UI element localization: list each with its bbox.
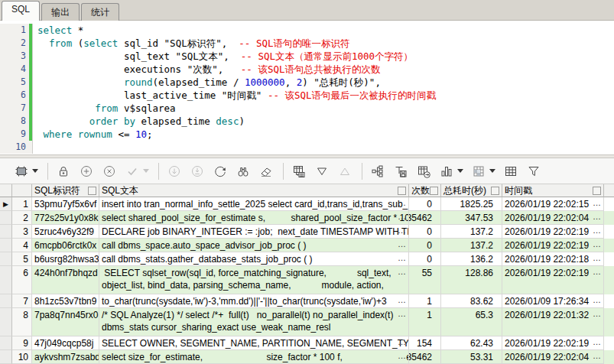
pivot-icon[interactable]: [469, 162, 488, 180]
elapsed-cell[interactable]: 347.53: [441, 211, 502, 225]
row-state-cell[interactable]: [0, 225, 12, 239]
elapsed-cell[interactable]: 1825.25: [441, 197, 502, 211]
save-text-icon[interactable]: [391, 162, 410, 180]
elapsed-cell[interactable]: 65.3: [441, 308, 502, 336]
grid-mode-dropdown-icon[interactable]: [32, 162, 40, 180]
column-options-box[interactable]: [398, 187, 406, 195]
sql-id-cell[interactable]: 7pa8q7nn45rx0: [32, 308, 99, 336]
sort-desc-icon[interactable]: [313, 162, 331, 180]
row-number-cell[interactable]: 6: [12, 266, 32, 294]
chart-dropdown-icon[interactable]: [457, 162, 465, 180]
clear-icon[interactable]: [257, 162, 275, 180]
refresh-icon[interactable]: [211, 162, 229, 180]
sql-text-cell[interactable]: SELECT OWNER, SEGMENT_NAME, PARTITION_NA…: [99, 336, 409, 350]
table-row[interactable]: 78h1zc53v7tbn9to_char(trunc(sysdate,'iw'…: [0, 294, 614, 308]
row-state-cell[interactable]: [0, 336, 12, 350]
row-number-cell[interactable]: 8: [12, 308, 32, 336]
table-row[interactable]: 35zruc4v6y32f9DECLARE job BINARY_INTEGER…: [0, 225, 614, 239]
timestamp-cell[interactable]: 2026/01/19 22:02:15…: [502, 197, 604, 211]
editor-line[interactable]: 8 order by elapsed_time desc): [0, 115, 614, 128]
timestamp-cell[interactable]: 2026/01/19 22:02:19…: [502, 266, 604, 294]
timestamp-cell[interactable]: 2026/01/19 22:02:04…: [502, 211, 604, 225]
row-number-cell[interactable]: 10: [12, 350, 32, 364]
table-row[interactable]: 2772s25v1y0x8kselect shared_pool_size_fo…: [0, 211, 614, 225]
row-number-cell[interactable]: 9: [12, 336, 32, 350]
sql-text-cell[interactable]: DECLARE job BINARY_INTEGER := :job; next…: [99, 225, 409, 239]
expand-timestamp-button[interactable]: …: [593, 294, 602, 305]
delete-record-icon[interactable]: [100, 162, 119, 180]
tab-output[interactable]: 输出: [41, 3, 80, 21]
column-options-box[interactable]: [491, 187, 499, 195]
sql-id-cell[interactable]: b6usrg82hwsa3: [32, 252, 99, 266]
count-cell[interactable]: 1: [409, 294, 441, 308]
add-record-icon[interactable]: [77, 162, 96, 180]
expand-text-button[interactable]: …: [398, 197, 407, 208]
sql-text-cell[interactable]: call dbms_stats.gather_database_stats_jo…: [99, 252, 409, 266]
editor-line[interactable]: 3 sql_text "SQL文本", -- SQL文本（通常显示前1000个字…: [0, 50, 614, 63]
timestamp-cell[interactable]: 2026/01/19 22:02:18…: [502, 252, 604, 266]
table-row[interactable]: 87pa8q7nn45rx0/* SQL Analyze(1) */ selec…: [0, 308, 614, 336]
expand-text-button[interactable]: …: [398, 225, 407, 236]
chart-icon[interactable]: [437, 162, 456, 180]
sql-text-cell[interactable]: to_char(trunc(sysdate,'iw')-3,'mm.dd')||…: [99, 294, 409, 308]
table-row[interactable]: 5b6usrg82hwsa3call dbms_stats.gather_dat…: [0, 252, 614, 266]
expand-text-button[interactable]: …: [398, 211, 407, 222]
record-view-icon[interactable]: [290, 162, 308, 180]
row-state-cell[interactable]: [0, 266, 12, 294]
expand-timestamp-button[interactable]: …: [593, 211, 602, 222]
editor-line[interactable]: 9 where rownum <= 10;: [0, 128, 614, 141]
find-icon[interactable]: [234, 162, 252, 180]
table-row[interactable]: 947j049cqcp58jSELECT OWNER, SEGMENT_NAME…: [0, 336, 614, 350]
row-state-cell[interactable]: [0, 294, 12, 308]
sql-id-cell[interactable]: 47j049cqcp58j: [32, 336, 99, 350]
column-options-box[interactable]: [88, 187, 96, 195]
expand-timestamp-button[interactable]: …: [593, 239, 602, 249]
sql-id-cell[interactable]: 53pmu7yf5x6vf: [32, 197, 99, 211]
post-record-icon[interactable]: [123, 162, 141, 180]
expand-text-button[interactable]: …: [398, 239, 407, 249]
sql-text-cell[interactable]: insert into tran_normal_info_settle_2025…: [99, 197, 409, 211]
count-cell[interactable]: 0: [409, 225, 441, 239]
count-cell[interactable]: 154: [409, 336, 441, 350]
expand-timestamp-button[interactable]: …: [593, 308, 602, 319]
expand-timestamp-button[interactable]: …: [593, 350, 602, 361]
timestamp-cell[interactable]: 2026/01/19 22:02:19…: [502, 225, 604, 239]
elapsed-cell[interactable]: 136.2: [441, 252, 502, 266]
elapsed-cell[interactable]: 128.86: [441, 266, 502, 294]
sql-id-cell[interactable]: 5zruc4v6y32f9: [32, 225, 99, 239]
row-number-cell[interactable]: 2: [12, 211, 32, 225]
expand-timestamp-button[interactable]: …: [593, 225, 602, 236]
sql-id-cell[interactable]: 6mcpb06rctk0x: [32, 239, 99, 252]
editor-line[interactable]: 2 from (select sql_id "SQL标识符", -- SQL语句…: [0, 37, 614, 50]
expand-timestamp-button[interactable]: …: [593, 252, 602, 263]
editor-line[interactable]: 4 executions "次数", -- 该SQL语句总共被执行的次数: [0, 63, 614, 76]
row-number-cell[interactable]: 1: [12, 197, 32, 211]
tree-view-icon[interactable]: [369, 162, 387, 180]
row-number-cell[interactable]: 4: [12, 239, 32, 252]
expand-text-button[interactable]: …: [398, 308, 407, 319]
timestamp-cell[interactable]: 2026/01/09 17:26:34…: [502, 294, 604, 308]
editor-line[interactable]: 1select *: [0, 24, 614, 37]
row-state-cell[interactable]: [0, 239, 12, 252]
sql-text-cell[interactable]: SELECT sqlset_row(sql_id, force_matching…: [99, 266, 409, 294]
header-timestamp[interactable]: 时间戳: [502, 184, 604, 197]
expand-timestamp-button[interactable]: …: [593, 266, 602, 277]
editor-line[interactable]: 7 from v$sqlarea: [0, 102, 614, 115]
expand-text-button[interactable]: …: [398, 350, 407, 361]
timestamp-cell[interactable]: 2026/01/19 22:02:04…: [502, 350, 604, 364]
count-cell[interactable]: 55: [409, 266, 441, 294]
table-row[interactable]: ▶153pmu7yf5x6vfinsert into tran_normal_i…: [0, 197, 614, 211]
sql-id-cell[interactable]: 772s25v1y0x8k: [32, 211, 99, 225]
header-sql-text[interactable]: SQL文本: [99, 184, 409, 197]
count-cell[interactable]: 0: [409, 197, 441, 211]
header-count[interactable]: 次数: [409, 184, 441, 197]
fetch-all-icon[interactable]: [188, 162, 206, 180]
sql-id-cell[interactable]: aykvshm7zsabd: [32, 350, 99, 364]
table-row[interactable]: 46mcpb06rctk0xcall dbms_space.auto_space…: [0, 239, 614, 252]
elapsed-cell[interactable]: 53.31: [441, 350, 502, 364]
timestamp-cell[interactable]: 2026/01/19 22:01:32…: [502, 308, 604, 336]
sort-asc-icon[interactable]: [336, 162, 354, 180]
export-data-icon[interactable]: [414, 162, 433, 180]
pivot-dropdown-icon[interactable]: [489, 162, 497, 180]
count-cell[interactable]: 0: [409, 252, 441, 266]
